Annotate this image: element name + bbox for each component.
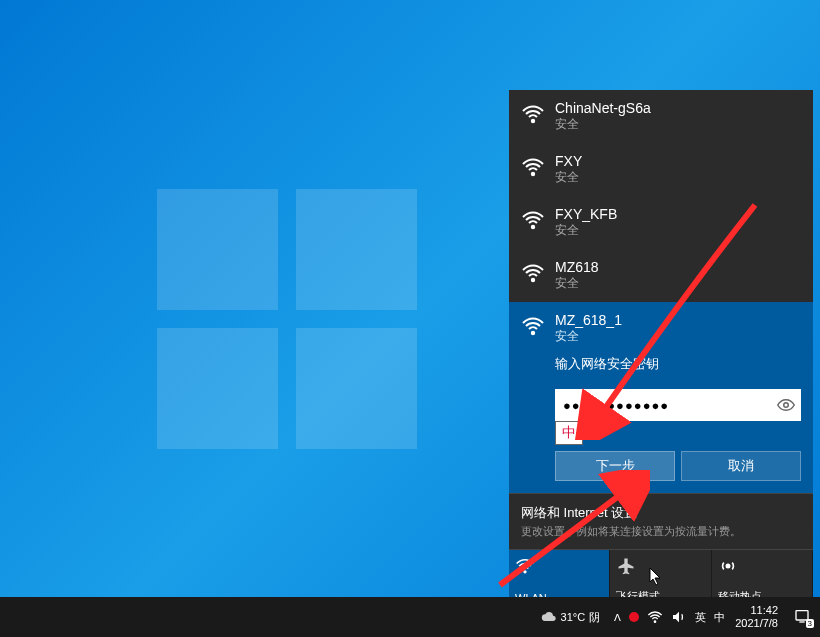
wifi-signal-icon [521, 208, 545, 232]
password-prompt-label: 输入网络安全密钥 [555, 355, 801, 373]
svg-point-6 [524, 571, 526, 573]
cancel-button[interactable]: 取消 [681, 451, 801, 481]
svg-point-8 [655, 621, 656, 622]
wifi-signal-icon [521, 314, 545, 338]
wifi-security-label: 安全 [555, 275, 801, 292]
svg-point-7 [726, 564, 729, 567]
wifi-icon [515, 556, 535, 576]
recording-indicator-icon[interactable] [629, 612, 639, 622]
weather-condition: 阴 [589, 610, 600, 625]
wifi-security-label: 安全 [555, 169, 801, 186]
logo-quadrant [157, 189, 278, 310]
wifi-security-label: 安全 [555, 328, 801, 345]
wifi-flyout-panel: ChinaNet-gS6a 安全 FXY 安全 FXY_KFB 安全 MZ618… [509, 90, 813, 610]
clock-date: 2021/7/8 [735, 617, 778, 630]
wifi-name: MZ_618_1 [555, 312, 801, 328]
wifi-name: FXY [555, 153, 801, 169]
logo-quadrant [296, 328, 417, 449]
next-button-label: 下一步 [596, 457, 635, 475]
weather-temp: 31°C [561, 611, 586, 623]
svg-point-1 [532, 173, 534, 175]
show-password-icon[interactable] [777, 396, 795, 414]
wifi-network-item[interactable]: FXY_KFB 安全 [509, 196, 813, 249]
hotspot-icon [718, 556, 738, 576]
wifi-name: FXY_KFB [555, 206, 801, 222]
svg-point-0 [532, 120, 534, 122]
network-settings-link[interactable]: 网络和 Internet 设置 更改设置，例如将某连接设置为按流量计费。 [509, 493, 813, 549]
system-tray: ᐱ 英 中 [614, 609, 725, 625]
wifi-signal-icon [521, 261, 545, 285]
windows-logo [157, 189, 417, 449]
action-center-button[interactable]: 3 [788, 608, 816, 626]
svg-point-4 [532, 332, 534, 334]
ime-badge[interactable]: 中 [555, 421, 583, 445]
password-value-masked: ●●●●●●●●●●●● [563, 398, 669, 413]
notification-badge: 3 [806, 619, 814, 628]
wifi-security-label: 安全 [555, 222, 801, 239]
ime-indicator-2[interactable]: 中 [714, 610, 725, 625]
svg-point-2 [532, 226, 534, 228]
taskbar-weather[interactable]: 31°C 阴 [533, 609, 609, 625]
logo-quadrant [296, 189, 417, 310]
taskbar-clock[interactable]: 11:42 2021/7/8 [731, 604, 782, 630]
clock-time: 11:42 [735, 604, 778, 617]
volume-tray-icon[interactable] [671, 609, 687, 625]
wifi-network-item-selected[interactable]: MZ_618_1 安全 [509, 302, 813, 355]
airplane-icon [616, 556, 636, 576]
wifi-network-item[interactable]: ChinaNet-gS6a 安全 [509, 90, 813, 143]
wifi-network-item[interactable]: FXY 安全 [509, 143, 813, 196]
wifi-security-label: 安全 [555, 116, 801, 133]
wifi-tray-icon[interactable] [647, 609, 663, 625]
logo-quadrant [157, 328, 278, 449]
svg-point-5 [784, 403, 789, 408]
settings-title: 网络和 Internet 设置 [521, 504, 801, 522]
wifi-name: MZ618 [555, 259, 801, 275]
ime-indicator-1[interactable]: 英 [695, 610, 706, 625]
settings-subtitle: 更改设置，例如将某连接设置为按流量计费。 [521, 524, 801, 539]
tray-chevron-icon[interactable]: ᐱ [614, 612, 621, 623]
next-button[interactable]: 下一步 [555, 451, 675, 481]
cloud-icon [541, 609, 557, 625]
wifi-network-item[interactable]: MZ618 安全 [509, 249, 813, 302]
svg-point-3 [532, 279, 534, 281]
password-input[interactable]: ●●●●●●●●●●●● [555, 389, 801, 421]
wifi-signal-icon [521, 102, 545, 126]
cancel-button-label: 取消 [728, 457, 754, 475]
wifi-signal-icon [521, 155, 545, 179]
wifi-name: ChinaNet-gS6a [555, 100, 801, 116]
taskbar: 31°C 阴 ᐱ 英 中 11:42 2021/7/8 3 [0, 597, 820, 637]
